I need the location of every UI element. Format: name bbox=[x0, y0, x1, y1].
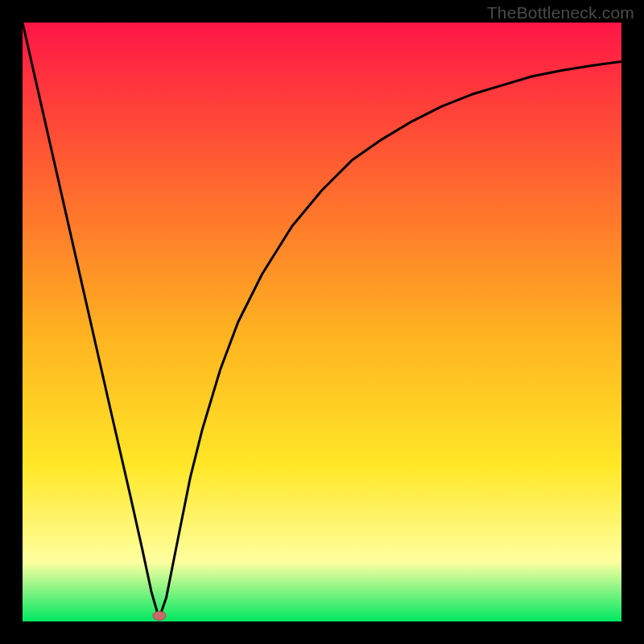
optimal-point-marker bbox=[152, 611, 166, 621]
chart-frame: TheBottleneck.com bbox=[0, 0, 644, 644]
bottleneck-curve bbox=[23, 23, 621, 621]
plot-area bbox=[23, 23, 621, 621]
watermark-text: TheBottleneck.com bbox=[487, 3, 634, 23]
